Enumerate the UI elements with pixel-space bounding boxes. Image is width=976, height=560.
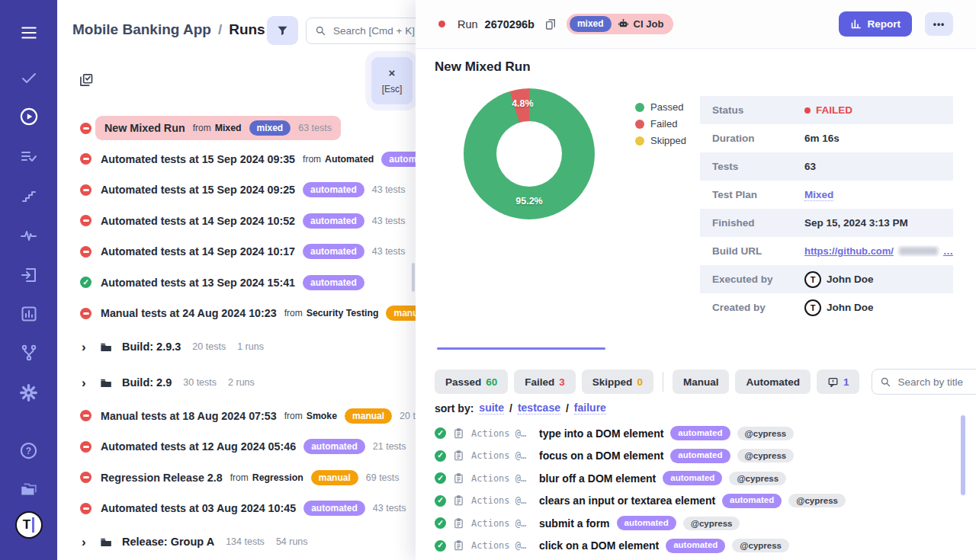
run-row[interactable]: Automated tests at 12 Aug 2024 05:46 fro… [57,431,416,462]
test-row[interactable]: Actions @… submit a form automated @cypr… [435,512,972,535]
multi-select-icon[interactable] [79,72,94,88]
run-title: Automated tests at 15 Sep 2024 09:35 [101,153,295,165]
workspace-logo-avatar[interactable]: T [0,511,57,539]
run-status-icon [80,153,92,165]
breadcrumb-project[interactable]: Mobile Banking App [72,21,211,38]
run-group-row[interactable]: › Build: 2.9 30 tests 2 runs [57,365,416,401]
run-row[interactable]: Automated tests at 15 Sep 2024 09:25 fro… [57,174,416,206]
test-row[interactable]: Actions @… focus on a DOM element automa… [435,445,972,468]
sort-by-suite[interactable]: suite [479,402,504,414]
test-title[interactable]: type into a DOM element [539,427,663,440]
filter-comments-button[interactable]: 1 [817,370,860,394]
run-title: Manual tests at 24 Aug 2024 10:23 [101,307,277,319]
pulse-activity-icon[interactable] [0,222,57,249]
test-row[interactable]: Actions @… type into a DOM element autom… [435,422,972,445]
tests-search-input[interactable] [897,376,976,388]
test-suite-name[interactable]: Actions @… [471,518,532,529]
ci-job-pill[interactable]: mixed CI Job [567,14,673,34]
filter-automated-button[interactable]: Automated [735,370,811,394]
test-suite-name[interactable]: Actions @… [471,495,532,506]
runs-search-input[interactable] [333,25,416,37]
runs-list-scrollbar[interactable] [412,263,415,292]
run-row[interactable]: Automated tests at 15 Sep 2024 09:35 fro… [57,144,416,175]
more-actions-button[interactable]: ••• [925,12,953,36]
sort-by-failure[interactable]: failure [574,402,606,414]
run-group-tests-count: 20 tests [192,341,226,352]
tasks-check-icon[interactable] [0,64,57,91]
help-icon[interactable]: ? [0,437,57,464]
branches-icon[interactable] [0,339,57,366]
sort-by-testcase[interactable]: testcase [518,402,560,414]
run-row[interactable]: Automated tests at 14 Sep 2024 10:52 fro… [57,206,416,237]
settings-gear-icon[interactable] [0,379,57,406]
run-title: Automated tests at 15 Sep 2024 09:25 [101,184,295,196]
test-row[interactable]: Actions @… blur off a DOM element automa… [435,467,972,490]
test-title[interactable]: focus on a DOM element [539,450,663,462]
detail-tab[interactable] [774,340,942,350]
detail-value: T FAILED [804,104,852,116]
test-title[interactable]: submit a form [539,517,610,530]
test-tag-badge: @cypress [737,427,795,440]
chevron-right-icon[interactable]: › [82,536,91,549]
test-suite-name[interactable]: Actions @… [471,473,532,484]
detail-tab[interactable] [437,340,605,350]
redacted-url-segment [899,247,938,255]
legend-item: Failed [635,118,686,130]
skipped-count: 0 [637,376,643,388]
run-row[interactable]: Manual tests at 18 Aug 2024 07:53 fromSm… [57,401,416,432]
test-title[interactable]: clears an input or textarea element [539,494,715,507]
user-avatar: T [804,271,821,288]
filter-button[interactable] [267,16,298,45]
detail-tabs [437,340,942,350]
run-row[interactable]: Automated tests at 03 Aug 2024 10:45 fro… [57,493,416,524]
clipboard-icon [453,472,464,485]
test-type-badge: automated [670,449,730,463]
filter-skipped-button[interactable]: Skipped0 [582,370,653,394]
detail-tab[interactable] [605,340,774,350]
test-row[interactable]: Actions @… clears an input or textarea e… [435,490,972,513]
import-icon[interactable] [0,261,57,289]
run-group-row[interactable]: › Build: 2.9.3 20 tests 1 runs [57,329,416,365]
runs-play-icon[interactable] [0,103,57,130]
run-type-badge: automated [303,439,365,454]
test-title[interactable]: click on a DOM element [539,539,659,552]
filter-manual-button[interactable]: Manual [673,370,730,394]
detail-label: Build URL [712,245,804,257]
run-failed-dot-icon [438,21,445,27]
report-button[interactable]: Report [839,11,913,37]
run-label: Run [458,18,478,30]
detail-label: Duration [712,133,804,144]
run-type-badge: manual [386,306,416,321]
close-panel-button[interactable]: × [Esc] [371,57,413,104]
milestones-steps-icon[interactable] [0,182,57,210]
run-row[interactable]: Automated tests at 13 Sep 2024 15:41 fro… [57,267,416,299]
detail-value: T Sep 15, 2024 3:13 PM [804,217,908,229]
test-title[interactable]: blur off a DOM element [539,472,656,485]
analytics-icon[interactable] [0,300,57,328]
test-plans-icon[interactable] [0,143,57,171]
test-suite-name[interactable]: Actions @… [471,540,532,551]
run-row[interactable]: Automated tests at 14 Sep 2024 10:17 fro… [57,236,416,267]
test-row[interactable]: Actions @… click on a DOM element automa… [435,535,972,558]
run-row[interactable]: Regression Release 2.8 fromRegression ma… [57,462,416,494]
test-suite-name[interactable]: Actions @… [471,450,532,461]
test-suite-name[interactable]: Actions @… [471,428,532,439]
legend-item: Passed [635,101,686,113]
run-status-icon [80,441,92,453]
run-row[interactable]: Manual tests at 24 Aug 2024 10:23 fromSe… [57,298,416,329]
filter-passed-button[interactable]: Passed60 [435,370,508,394]
copy-run-id-button[interactable] [544,18,557,31]
projects-folder-icon[interactable] [0,475,57,503]
filter-failed-button[interactable]: Failed3 [514,370,576,394]
chevron-right-icon[interactable]: › [82,341,91,354]
sort-bar: sort by: suite / testcase / failure [435,402,606,414]
detail-row: Status T FAILED [700,96,953,124]
hamburger-menu-icon[interactable] [0,19,57,46]
run-title: Automated tests at 14 Sep 2024 10:52 [101,215,295,227]
chevron-right-icon[interactable]: › [82,376,91,389]
run-row[interactable]: New Mixed Run fromMixed mixed 63 tests [57,113,416,144]
run-detail-header: Run 2670296b mixed CI Job Report ••• [416,0,976,49]
run-group-row[interactable]: › Release: Group A 134 tests 54 runs [57,524,416,560]
test-tag-badge: @cypress [788,494,846,507]
tests-list-scrollbar[interactable] [961,415,965,495]
